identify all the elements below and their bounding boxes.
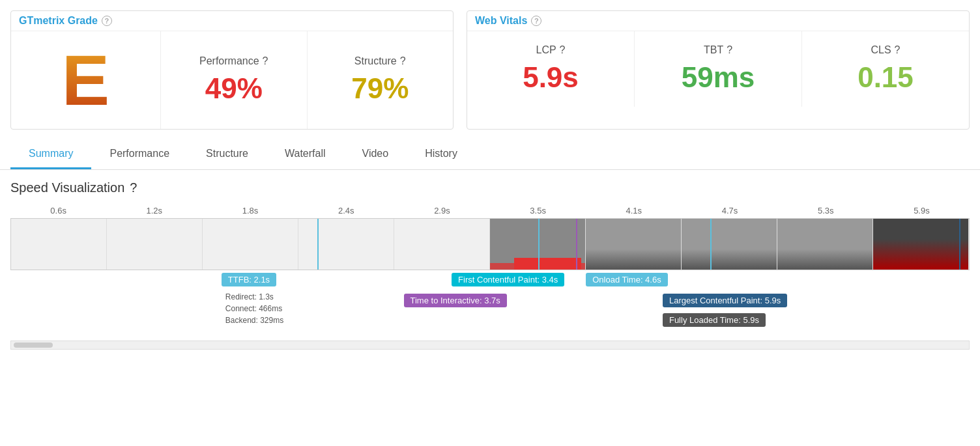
structure-help[interactable]: ?: [400, 55, 406, 67]
red-bar: [514, 258, 581, 270]
tti-marker: [576, 219, 577, 270]
screenshot-cell-2: [107, 219, 203, 270]
screenshot-cell-3: [203, 219, 298, 270]
scrollbar[interactable]: [10, 341, 970, 350]
structure-value: 79%: [351, 72, 409, 105]
lcp-help[interactable]: ?: [560, 44, 566, 56]
time-label-3: 1.8s: [202, 206, 298, 216]
screenshot-cell-8: [682, 219, 777, 270]
ttfb-annotation: TTFB: 2.1s: [222, 273, 276, 286]
tabs-container: Summary Performance Structure Waterfall …: [0, 140, 980, 170]
time-label-7: 4.1s: [586, 206, 682, 216]
speed-help[interactable]: ?: [130, 180, 137, 195]
timeline-wrapper[interactable]: 0.6s 1.2s 1.8s 2.4s 2.9s 3.5s 4.1s 4.7s …: [10, 206, 970, 357]
flt-annotation: Fully Loaded Time: 5.9s: [663, 313, 766, 327]
lcp-marker: [959, 219, 960, 270]
time-label-4: 2.4s: [298, 206, 394, 216]
tbt-value: 59ms: [682, 61, 755, 94]
screenshot-cell-4: [298, 219, 394, 270]
screenshot-cell-10: [873, 219, 969, 270]
gtmetrix-grade-title: GTmetrix Grade: [19, 15, 98, 27]
time-label-2: 1.2s: [106, 206, 202, 216]
scrollbar-thumb: [14, 342, 53, 348]
lcp-box: LCP ? 5.9s: [467, 31, 635, 107]
time-label-5: 2.9s: [394, 206, 490, 216]
lcp-value: 5.9s: [523, 61, 579, 94]
tab-video[interactable]: Video: [344, 140, 407, 169]
speed-section: Speed Visualization ? 0.6s 1.2s 1.8s 2.4…: [0, 170, 980, 357]
screenshot-cell-9: [777, 219, 873, 270]
gtmetrix-grade-help[interactable]: ?: [102, 16, 112, 26]
web-vitals-help[interactable]: ?: [531, 16, 541, 26]
tab-summary[interactable]: Summary: [10, 140, 91, 169]
screenshot-cell-7: [586, 219, 682, 270]
grade-letter-box: E: [11, 31, 161, 129]
screenshot-cell-1: [11, 219, 107, 270]
tbt-box: TBT ? 59ms: [635, 31, 802, 107]
ttfb-marker: [317, 219, 319, 270]
time-label-9: 5.3s: [778, 206, 874, 216]
performance-help[interactable]: ?: [263, 55, 268, 67]
time-label-10: 5.9s: [874, 206, 970, 216]
tab-waterfall[interactable]: Waterfall: [267, 140, 344, 169]
cls-box: CLS ? 0.15: [802, 31, 969, 107]
cls-value: 0.15: [857, 61, 914, 94]
gtmetrix-grade-card: GTmetrix Grade ? E Performance ? 49% Str…: [10, 10, 454, 130]
tab-history[interactable]: History: [407, 140, 476, 169]
tbt-help[interactable]: ?: [727, 44, 732, 56]
lcp-label: LCP ?: [536, 44, 565, 56]
tti-annotation: Time to Interactive: 3.7s: [404, 294, 507, 307]
gtmetrix-grade-header: GTmetrix Grade ?: [11, 11, 453, 31]
tab-performance[interactable]: Performance: [91, 140, 188, 169]
structure-label: Structure ?: [354, 55, 406, 67]
web-vitals-header: Web Vitals ?: [467, 11, 969, 31]
tbt-label: TBT ?: [704, 44, 732, 56]
time-label-1: 0.6s: [10, 206, 106, 216]
cls-help[interactable]: ?: [895, 44, 901, 56]
speed-title: Speed Visualization ?: [10, 180, 970, 195]
ttfb-details: Redirect: 1.3s Connect: 466ms Backend: 3…: [222, 290, 287, 328]
performance-metric-box: Performance ? 49%: [161, 31, 308, 129]
cls-label: CLS ?: [871, 44, 900, 56]
performance-value: 49%: [205, 72, 263, 105]
tab-structure[interactable]: Structure: [188, 140, 267, 169]
web-vitals-title: Web Vitals: [475, 15, 527, 27]
web-vitals-card: Web Vitals ? LCP ? 5.9s TBT ? 59ms CLS: [467, 10, 970, 130]
timeline-inner: 0.6s 1.2s 1.8s 2.4s 2.9s 3.5s 4.1s 4.7s …: [10, 206, 970, 350]
fcp-annotation: First Contentful Paint: 3.4s: [452, 273, 564, 286]
onload-annotation: Onload Time: 4.6s: [586, 273, 668, 286]
lcp-annotation: Largest Contentful Paint: 5.9s: [663, 294, 787, 307]
performance-label: Performance ?: [199, 55, 268, 67]
time-label-6: 3.5s: [490, 206, 586, 216]
grade-letter: E: [62, 44, 109, 116]
onload-marker: [710, 219, 712, 270]
fcp-marker: [538, 219, 540, 270]
time-label-8: 4.7s: [682, 206, 777, 216]
annotations: TTFB: 2.1s Redirect: 1.3s Connect: 466ms…: [10, 273, 970, 338]
structure-metric-box: Structure ? 79%: [308, 31, 454, 129]
screenshot-cell-5: [394, 219, 490, 270]
time-axis: 0.6s 1.2s 1.8s 2.4s 2.9s 3.5s 4.1s 4.7s …: [10, 206, 970, 218]
screenshot-strip: [10, 218, 970, 270]
tabs: Summary Performance Structure Waterfall …: [10, 140, 970, 169]
